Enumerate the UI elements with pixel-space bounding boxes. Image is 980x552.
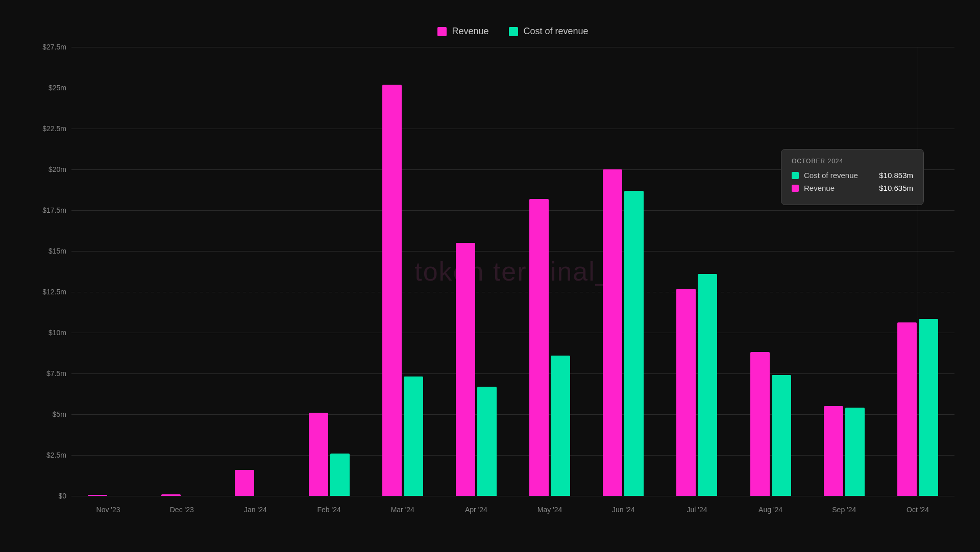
bars-row-9 [750, 47, 791, 496]
month-group-10: Sep '24 [807, 47, 881, 496]
revenue-bar-7 [603, 169, 622, 496]
tooltip-vertical-line [918, 47, 918, 496]
y-label-1: $25m [48, 84, 66, 92]
revenue-label: Revenue [452, 26, 488, 37]
cost-bar-11 [919, 319, 938, 496]
chart-container: Revenue Cost of revenue $27.5m$25m$22.5m… [15, 16, 965, 536]
bars-row-7 [603, 47, 644, 496]
legend-item-cost: Cost of revenue [509, 26, 588, 37]
revenue-bar-9 [750, 352, 770, 496]
tooltip-revenue-label: Revenue [804, 184, 874, 192]
cost-bar-7 [624, 191, 644, 496]
cost-swatch [509, 27, 518, 36]
gridline-11 [71, 496, 954, 496]
revenue-bar-4 [382, 85, 402, 496]
revenue-bar-1 [161, 494, 181, 496]
bars-row-3 [309, 47, 350, 496]
tooltip-title: OCTOBER 2024 [792, 158, 913, 165]
x-label-1: Dec '23 [170, 506, 194, 514]
month-group-5: Apr '24 [439, 47, 513, 496]
cost-bar-8 [698, 274, 717, 496]
cost-bar-4 [404, 377, 423, 496]
revenue-bar-5 [456, 243, 475, 496]
x-label-4: Mar '24 [391, 506, 414, 514]
revenue-bar-11 [897, 322, 917, 496]
x-label-3: Feb '24 [317, 506, 340, 514]
y-label-9: $5m [53, 410, 66, 418]
tooltip-row-cost: Cost of revenue $10.853m [792, 171, 913, 180]
bars-row-6 [529, 47, 570, 496]
bars-row-5 [456, 47, 497, 496]
bars-row-1 [161, 47, 202, 496]
y-label-10: $2.5m [46, 451, 66, 459]
month-group-4: Mar '24 [366, 47, 439, 496]
x-label-9: Aug '24 [758, 506, 782, 514]
legend-item-revenue: Revenue [437, 26, 488, 37]
cost-bar-3 [330, 454, 350, 496]
y-label-8: $7.5m [46, 369, 66, 378]
x-label-0: Nov '23 [96, 506, 120, 514]
tooltip-cost-label: Cost of revenue [804, 171, 874, 180]
y-label-7: $10m [48, 329, 66, 337]
tooltip: OCTOBER 2024 Cost of revenue $10.853m Re… [781, 149, 924, 205]
y-label-6: $12.5m [42, 288, 66, 296]
y-label-3: $20m [48, 165, 66, 173]
y-label-5: $15m [48, 247, 66, 255]
bars-row-0 [88, 47, 129, 496]
cost-bar-5 [477, 387, 497, 496]
revenue-bar-3 [309, 413, 328, 496]
y-label-11: $0 [58, 492, 66, 500]
chart-area: $27.5m$25m$22.5m$20m$17.5m$15m$12.5m$10m… [71, 47, 954, 496]
x-label-8: Jul '24 [687, 506, 707, 514]
month-group-6: May '24 [513, 47, 586, 496]
cost-label: Cost of revenue [523, 26, 588, 37]
month-group-2: Jan '24 [218, 47, 292, 496]
tooltip-cost-value: $10.853m [879, 171, 913, 180]
x-label-11: Oct '24 [906, 506, 929, 514]
revenue-bar-8 [676, 289, 696, 496]
revenue-bar-2 [235, 470, 254, 496]
month-group-9: Aug '24 [734, 47, 807, 496]
chart-legend: Revenue Cost of revenue [71, 26, 954, 37]
x-label-6: May '24 [537, 506, 562, 514]
month-group-8: Jul '24 [660, 47, 733, 496]
x-label-7: Jun '24 [612, 506, 635, 514]
tooltip-row-revenue: Revenue $10.635m [792, 184, 913, 192]
month-group-0: Nov '23 [71, 47, 145, 496]
bars-row-8 [676, 47, 717, 496]
bars-row-2 [235, 47, 276, 496]
cost-bar-6 [551, 356, 570, 496]
y-label-2: $22.5m [42, 124, 66, 133]
month-group-7: Jun '24 [586, 47, 660, 496]
revenue-bar-6 [529, 199, 549, 496]
month-group-3: Feb '24 [292, 47, 366, 496]
month-group-11: Oct '24 [881, 47, 954, 496]
month-group-1: Dec '23 [145, 47, 218, 496]
tooltip-cost-swatch [792, 172, 799, 179]
bars-row-4 [382, 47, 423, 496]
revenue-bar-10 [824, 406, 843, 496]
tooltip-revenue-value: $10.635m [879, 184, 913, 192]
x-label-2: Jan '24 [244, 506, 267, 514]
cost-bar-9 [772, 375, 791, 496]
tooltip-revenue-swatch [792, 185, 799, 192]
y-label-0: $27.5m [42, 43, 66, 51]
revenue-bar-0 [88, 495, 107, 496]
cost-bar-10 [845, 408, 865, 496]
revenue-swatch [437, 27, 447, 36]
x-label-5: Apr '24 [465, 506, 487, 514]
x-label-10: Sep '24 [832, 506, 856, 514]
bars-area: Nov '23Dec '23Jan '24Feb '24Mar '24Apr '… [71, 47, 954, 496]
bars-row-10 [824, 47, 865, 496]
y-label-4: $17.5m [42, 206, 66, 214]
